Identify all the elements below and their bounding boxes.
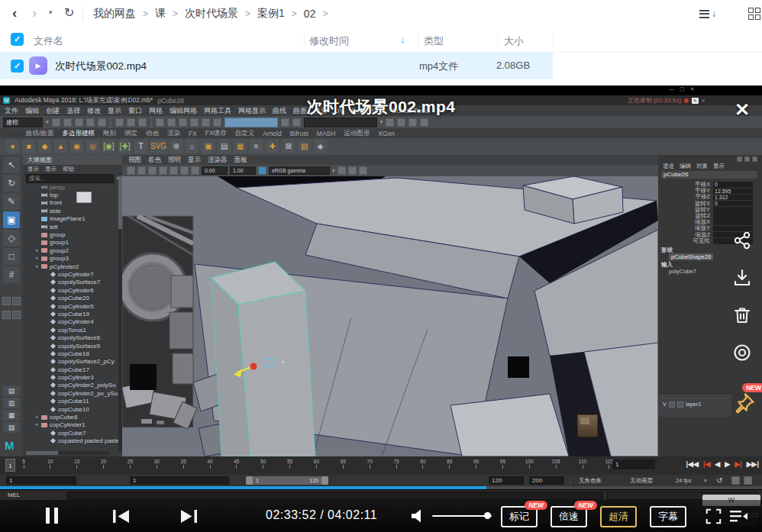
share-button[interactable] <box>728 221 756 259</box>
input-node-name: polyCube7 <box>669 268 696 275</box>
frame-tick: 10 <box>44 459 57 469</box>
fullscreen-button[interactable] <box>705 508 722 524</box>
video-player[interactable]: M Autodesk Maya 2018: L:\场景完成\案例1\02.mb*… <box>0 85 762 532</box>
record-circle-icon <box>732 343 752 363</box>
reference-image-panel <box>122 216 197 429</box>
shelf-icon: ⊠ <box>282 140 295 153</box>
channelbox-menu-item: 编辑 <box>680 163 691 170</box>
outliner-menu-item: 帮助 <box>63 166 74 173</box>
player-option-button[interactable]: 倍速 NEW <box>551 506 587 527</box>
character-set-dropdown: 无角色集 <box>579 476 602 485</box>
frame-tick: 50 <box>257 459 270 469</box>
node-type-icon <box>50 319 56 324</box>
current-frame-field: 1 <box>612 459 655 469</box>
file-checkbox[interactable]: ✓ <box>11 60 24 73</box>
frame-tick: 55 <box>283 459 297 469</box>
outliner-item: front <box>23 199 122 207</box>
mel-label: MEL <box>8 492 20 498</box>
playback-start-field: 1 <box>130 476 229 485</box>
outliner-item: copCylinder3 <box>23 373 122 381</box>
volume-slider[interactable] <box>432 515 492 517</box>
shelf-icon: ▲ <box>54 140 67 153</box>
column-filename[interactable]: 文件名 <box>34 34 63 48</box>
outliner-item: copCube18 <box>23 350 122 357</box>
node-type-icon <box>50 382 56 388</box>
player-option-button[interactable]: 超清 <box>600 506 637 527</box>
outliner-item-label: copCylinder2_po_ySu <box>58 390 118 397</box>
outliner-menu-item: 显示 <box>27 166 39 173</box>
column-modified[interactable]: 修改时间 <box>309 34 349 48</box>
new-badge: NEW <box>525 501 547 510</box>
previous-button[interactable] <box>113 510 130 523</box>
outliner-item: copCylinder2_po_ySu <box>23 389 122 397</box>
layer-name: layer1 <box>686 401 701 408</box>
playback-end-field: 120 <box>489 476 524 485</box>
player-option-button[interactable]: 字幕 <box>650 506 686 527</box>
node-type-icon <box>50 391 56 396</box>
history-dropdown-icon[interactable]: ▾ <box>49 8 53 16</box>
refresh-button[interactable]: ↻ <box>64 5 74 20</box>
shelf-icon: [◉] <box>102 140 115 153</box>
outliner-item-label: copolySurface2_pCy <box>58 358 115 365</box>
outliner-item: + copCube8 <box>23 413 122 421</box>
sort-order-button[interactable]: ↓ <box>699 8 716 20</box>
range-handle-left <box>246 476 253 485</box>
close-player-button[interactable]: ✕ <box>735 99 750 121</box>
playback-button: ▶ <box>725 460 730 468</box>
breadcrumb-item[interactable]: 我的网盘 <box>93 7 136 21</box>
node-type-icon <box>41 185 47 189</box>
pin-button[interactable] <box>733 392 756 418</box>
record-button[interactable] <box>728 334 756 371</box>
node-type-icon <box>41 256 47 261</box>
breadcrumb-item[interactable]: 课 <box>155 7 166 21</box>
player-controls-bar: 02:33:52 / 04:02:11 标记 NEW 倍速 NEW 超清 <box>0 500 762 532</box>
sort-direction-icon[interactable]: ↓ <box>400 34 405 45</box>
viewport-menu-item: 照明 <box>168 156 181 165</box>
shelf-icon: ◉ <box>70 140 83 153</box>
outliner-item-label: copCylinder6 <box>58 287 94 294</box>
outliner-item: group <box>23 231 122 238</box>
delete-button[interactable] <box>728 296 756 334</box>
outliner-item: copCylinder5 <box>23 302 122 310</box>
outliner-item-label: top <box>50 192 58 198</box>
next-button[interactable] <box>180 510 197 523</box>
outliner-item-label: copCube17 <box>58 366 89 373</box>
maya-viewport: 视图着色照明显示渲染器面板 0.00 1.00 sRGB gamma ▾ <box>122 155 658 456</box>
tooltip-swatch <box>76 192 92 203</box>
workspace-selector: 建模 <box>3 118 43 127</box>
breadcrumb-item[interactable]: 案例1 <box>257 7 285 21</box>
frame-tick: 45 <box>230 459 244 469</box>
maya-command-line: MEL <box>0 490 762 500</box>
view-toggle-button[interactable] <box>748 8 760 20</box>
volume-knob[interactable] <box>484 512 491 519</box>
layout-icon: ▧ <box>3 422 20 433</box>
frame-tick: 40 <box>203 459 217 469</box>
outliner-item: copCylinder7 <box>23 270 122 278</box>
download-button[interactable] <box>728 259 756 296</box>
outliner-item-label: imagePlane1 <box>50 215 86 222</box>
outliner-item: copCube19 <box>23 310 122 318</box>
forward-button[interactable]: › <box>32 5 37 21</box>
viewport-menu-item: 面板 <box>234 156 247 165</box>
back-button[interactable]: ‹ <box>12 5 17 21</box>
seek-bar[interactable] <box>0 486 762 489</box>
outliner-item: side <box>23 207 122 214</box>
file-row[interactable]: ✓ ▶ 次时代场景002.mp4 mp4文件 2.08GB <box>0 52 553 79</box>
volume-icon[interactable] <box>411 509 426 523</box>
playlist-button[interactable] <box>730 509 748 524</box>
column-size[interactable]: 大小 <box>504 34 524 48</box>
pause-button[interactable] <box>46 508 58 524</box>
node-type-icon <box>41 240 47 245</box>
seek-progress <box>0 486 486 489</box>
select-all-checkbox[interactable]: ✓ <box>11 33 24 46</box>
sort-lines-icon <box>699 8 709 20</box>
player-option-button[interactable]: 标记 NEW <box>501 506 538 527</box>
file-name[interactable]: 次时代场景002.mp4 <box>55 60 147 73</box>
outliner-item-label: copCylinder2_polySu <box>58 382 116 389</box>
breadcrumb-item[interactable]: 02 <box>304 8 316 20</box>
frame-tick: 90 <box>470 459 483 469</box>
divider <box>304 33 305 47</box>
maya-outliner: 大纲视图 显示显示帮助 搜索... ▾ persp <box>23 155 123 456</box>
column-type[interactable]: 类型 <box>424 34 444 48</box>
breadcrumb-item[interactable]: 次时代场景 <box>185 7 238 21</box>
